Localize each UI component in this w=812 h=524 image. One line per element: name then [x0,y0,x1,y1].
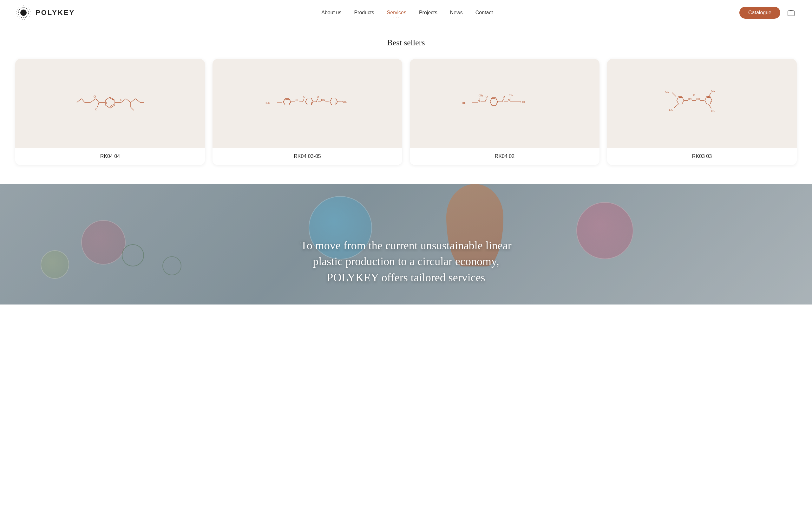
nav-services[interactable]: Services [387,10,406,16]
svg-line-72 [672,93,676,97]
svg-line-25 [131,107,134,110]
svg-text:CH₃: CH₃ [509,94,513,97]
svg-text:O: O [317,95,319,98]
svg-line-90 [708,104,711,109]
svg-rect-3 [788,11,794,16]
best-sellers-section: Best sellers O [0,26,812,184]
title-line-left [15,43,381,43]
svg-point-0 [20,10,27,16]
svg-line-11 [90,99,96,102]
svg-text:CF₃: CF₃ [665,91,669,93]
svg-marker-85 [705,97,712,104]
product-card-rk03-03[interactable]: CF₃ F₃C HN O NH [607,59,797,165]
svg-line-62 [502,99,504,102]
product-card-rk04-03-05[interactable]: H₂N NH O [213,59,402,165]
hero-banner: To move from the current unsustainable l… [0,184,812,305]
best-sellers-title: Best sellers [387,38,425,48]
svg-text:N: N [508,98,510,101]
nav-products[interactable]: Products [354,10,374,16]
svg-text:HO: HO [462,101,466,105]
product-image-rk04-02: HO N CH₃ O O [410,59,599,148]
svg-text:HN: HN [321,98,325,101]
svg-text:NH: NH [696,97,700,100]
svg-text:O: O [303,95,305,98]
catalogue-button[interactable]: Catalogue [739,7,780,19]
svg-line-88 [708,93,711,97]
product-label-rk03-03: RK03 03 [607,148,797,165]
svg-line-40 [316,99,318,102]
hero-text: To move from the current unsustainable l… [292,238,520,285]
cart-button[interactable] [785,7,797,18]
logo[interactable]: POLYKEY [15,4,75,21]
product-image-rk04-03-05: H₂N NH O [213,59,402,148]
svg-text:CF₃: CF₃ [711,110,715,113]
svg-text:NH: NH [295,98,299,101]
svg-text:O: O [486,95,488,98]
svg-text:O: O [95,108,97,111]
title-line-right [431,43,797,43]
best-sellers-title-row: Best sellers [15,38,797,48]
svg-line-13 [82,99,85,102]
svg-text:OH: OH [520,100,525,104]
svg-text:H₂N: H₂N [265,101,270,105]
svg-line-21 [131,99,135,102]
products-grid: O O O [15,59,797,165]
svg-line-14 [77,99,82,102]
header: POLYKEY About us Products Services Proje… [0,0,812,26]
svg-text:O: O [120,98,122,101]
product-card-rk04-02[interactable]: HO N CH₃ O O [410,59,599,165]
product-label-rk04-04: RK04 04 [15,148,205,165]
main-nav: About us Products Services Projects News… [321,10,493,16]
product-label-rk04-02: RK04 02 [410,148,599,165]
svg-text:F₃C: F₃C [669,109,673,111]
logo-icon [15,4,32,21]
svg-line-15 [97,102,99,107]
brand-name: POLYKEY [35,9,75,17]
svg-text:CH₃: CH₃ [479,94,483,97]
svg-text:NH₂: NH₂ [342,100,347,104]
product-label-rk04-03-05: RK04 03-05 [213,148,402,165]
header-right: Catalogue [739,7,797,19]
svg-line-22 [135,99,140,102]
svg-marker-73 [677,97,684,104]
svg-text:O: O [94,95,96,98]
product-image-rk03-03: CF₃ F₃C HN O NH [607,59,797,148]
svg-text:O: O [503,95,505,98]
svg-line-20 [126,99,131,102]
product-image-rk04-04: O O O [15,59,205,148]
nav-contact[interactable]: Contact [476,10,493,16]
nav-about[interactable]: About us [321,10,341,16]
svg-line-34 [303,99,304,102]
svg-line-76 [674,104,678,108]
svg-text:CF₃: CF₃ [711,89,715,92]
svg-text:N: N [478,99,480,102]
svg-line-56 [485,99,486,102]
cart-icon [787,9,795,17]
nav-projects[interactable]: Projects [419,10,437,16]
nav-news[interactable]: News [450,10,463,16]
svg-line-9 [96,99,99,102]
svg-text:HN: HN [688,97,692,100]
product-card-rk04-04[interactable]: O O O [15,59,205,165]
hero-text-wrap: To move from the current unsustainable l… [279,218,533,305]
svg-text:O: O [693,94,695,97]
